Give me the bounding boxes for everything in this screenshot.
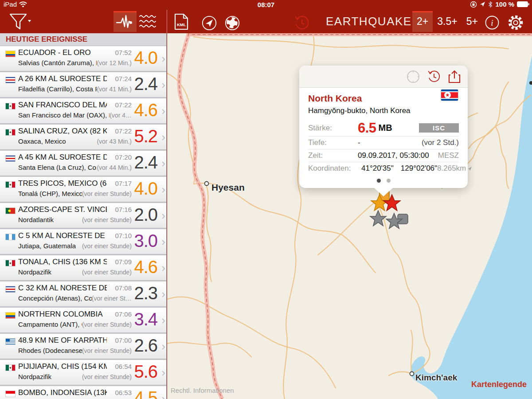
earthquake-list-item[interactable]: TONALA, CHIS (136 KM SW) 07:09 Nordpazif… [0,255,166,281]
country-flag-icon [6,260,15,266]
popup-title: North Korea [308,93,459,104]
event-location: Filadelfia (Carrillo), Costa Rica [18,85,97,93]
earthquake-list-item[interactable]: BOMBO, INDONESIA (13KM E) 06:53 4.5 › [0,386,166,399]
history-icon[interactable] [427,70,441,84]
earthquake-list-item[interactable]: A 45 KM AL SUROESTE DE… 07:20 Santa Elen… [0,151,166,176]
page-dot-active[interactable] [377,179,381,183]
svg-text:KML: KML [177,22,186,27]
event-relative-time: (vor einer Stunde) [82,347,132,354]
latitude-value: 41°20'35" [361,164,394,173]
popup-header [299,66,468,88]
source-badge[interactable]: ISC [419,123,459,133]
event-title: SAN FRANCISCO DEL MAR,… [18,101,107,110]
event-title: PIJIJIAPAN, CHIS (154 KM SW) [18,362,107,371]
kml-export-button[interactable]: KML [174,13,189,30]
earthquake-list-item[interactable]: ECUADOR - EL ORO 07:52 Salvias (Cantón Z… [0,46,166,71]
north-korea-flag-icon [441,90,458,101]
depth-value: - [358,138,360,147]
country-flag-icon [6,313,15,318]
magnitude-filter-2plus[interactable]: 2+ [412,11,433,32]
map-view[interactable]: Hyesan Kimch'aek Rechtl. Informationen K… [167,33,532,399]
magnitude-value: 2.4 [125,153,157,172]
magnitude-value: 3.4 [125,309,157,329]
earthquake-list-item[interactable]: SAN FRANCISCO DEL MAR,… 07:22 San Franci… [0,98,166,124]
svg-text:i: i [491,18,493,27]
event-relative-time: (vor einer Stunde) [82,269,132,276]
event-relative-time: (vor einer Stunde) [82,243,132,250]
app-title: EARTHQUAKE [326,15,406,28]
city-dot-kimchaek [410,372,414,376]
chevron-right-icon: › [161,78,165,92]
info-button[interactable]: i [485,16,499,30]
magnitude-value: 4.5 [125,388,157,399]
depth-row: Tiefe: - (vor 2 Std.) [308,136,459,149]
event-title: A 45 KM AL SUROESTE DE… [18,153,107,162]
settings-gear-icon[interactable] [507,14,524,31]
popup-body: North Korea Hamgyŏng-bukto, North Korea … [299,88,468,183]
history-button-pressed[interactable] [293,15,310,31]
page-dot-inactive[interactable] [387,179,391,183]
top-toolbar: KML EARTHQUAKE 2+ 3.5+ 5+ [0,10,532,33]
chevron-right-icon: › [161,130,165,144]
earthquake-list-item[interactable]: C 32 KM AL NORESTE DE T… 07:08 Concepció… [0,282,166,307]
earthquake-list-item[interactable]: A 26 KM AL SUROESTE DE… 07:24 Filadelfia… [0,72,166,98]
legal-info-link[interactable]: Rechtl. Informationen [171,387,234,394]
compass-icon[interactable] [407,70,420,83]
list-mode-waves-button[interactable] [138,12,157,31]
earthquake-list-item[interactable]: TRES PICOS, MEXICO (64KM… 07:17 Tonalá (… [0,177,166,202]
country-flag-icon [6,51,15,57]
event-location: Nordpazifik [18,373,51,380]
earthquake-list-item[interactable]: AZORES-CAPE ST. VINCENT… 07:16 Nordatlan… [0,203,166,228]
earthquake-list-item[interactable]: PIJIJIAPAN, CHIS (154 KM SW) 06:54 Nordp… [0,360,166,385]
locate-me-button[interactable] [202,16,217,31]
chevron-right-icon: › [161,156,165,170]
event-location: Campamento (ANT), Colombia [18,321,82,328]
popup-subtitle: Hamgyŏng-bukto, North Korea [308,106,459,115]
earthquake-list-item[interactable]: 48.9 KM NE OF KARPATHOS 07:00 Rhodes (Do… [0,334,166,359]
country-flag-icon [6,234,15,240]
event-title: TRES PICOS, MEXICO (64KM… [18,179,107,188]
time-value: 09.09.2017, 05:30:00 [358,151,429,160]
earthquake-list-item[interactable]: NORTHERN COLOMBIA 07:06 Campamento (ANT)… [0,308,166,333]
magnitude-value: 4.0 [125,48,157,68]
chevron-right-icon: › [161,340,165,353]
magnitude-value: 2.3 [125,283,157,303]
chevron-right-icon: › [161,104,165,118]
event-location: Nordpazifik [18,268,51,276]
clock-time: 08:07 [0,1,532,8]
distance-value: 8.265km [437,164,466,173]
earthquake-list-item[interactable]: C 5 KM AL NORESTE DE JU… 07:10 Jutiapa, … [0,229,166,254]
status-bar: iPad 08:07 [0,0,532,10]
chevron-right-icon: › [161,209,165,223]
event-location: Salvias (Cantón Zaruma), Ecuador [18,59,97,66]
chevron-right-icon: › [161,261,165,275]
magnitude-unit: MB [379,123,392,133]
bluetooth-icon [488,1,493,8]
time-row: Zeit: 09.09.2017, 05:30:00 MESZ [308,149,459,162]
magnitude-filter-35plus[interactable]: 3.5+ [433,11,462,32]
coordinates-row: Koordinaten: 41°20'35" 129°02'06" 8.265k… [308,162,459,175]
chevron-right-icon: › [161,183,165,196]
toolbar-divider [167,10,167,33]
event-relative-time: (vor einer Stunde) [82,373,132,380]
city-dot-hyesan [205,182,209,186]
magnitude-filter-5plus[interactable]: 5+ [462,11,482,32]
share-icon[interactable] [448,70,461,83]
map-city-label-kimchaek: Kimch'aek [415,373,457,383]
globe-map-button[interactable] [225,16,240,31]
chevron-right-icon: › [161,52,165,66]
map-legend-link[interactable]: Kartenlegende [471,380,527,389]
event-title: NORTHERN COLOMBIA [18,310,103,319]
list-mode-seismograph-button[interactable] [113,11,137,32]
event-list: ECUADOR - EL ORO 07:52 Salvias (Cantón Z… [0,46,166,399]
earthquake-list-item[interactable]: SALINA CRUZ, OAX (82 KM SE) 07:22 Oaxaca… [0,125,166,150]
earthquake-detail-popup: North Korea Hamgyŏng-bukto, North Korea … [299,66,468,188]
magnitude-label: Stärke: [308,124,358,133]
country-flag-icon [6,182,15,188]
event-location: Tonalá (CHP), Mexico [18,190,82,197]
event-list-panel: HEUTIGE EREIGNISSE ECUADOR - EL ORO 07:5… [0,33,167,399]
magnitude-filter-group: 2+ 3.5+ 5+ [412,11,482,32]
filter-button[interactable] [7,12,33,31]
event-relative-time: (vor einer Stunde) [82,216,132,223]
event-title: C 5 KM AL NORESTE DE JU… [18,231,107,240]
